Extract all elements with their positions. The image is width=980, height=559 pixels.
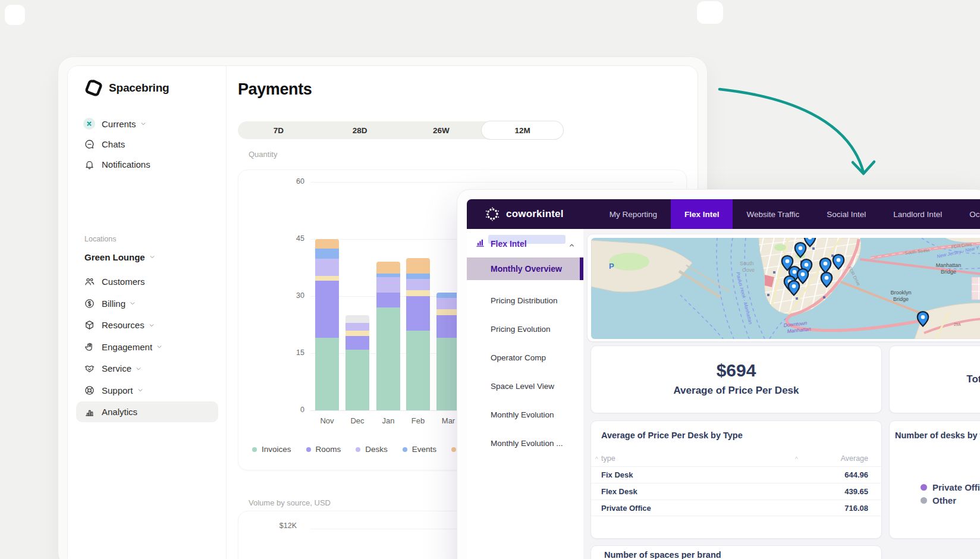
sidebar-item-service[interactable]: Service	[76, 358, 218, 379]
sidebar-item-label: Billing	[102, 299, 125, 309]
nav-tab-social-intel[interactable]: Social Intel	[813, 199, 880, 229]
y-axis-tick: 15	[281, 348, 304, 357]
chevron-up-icon	[568, 240, 575, 251]
sidebar-item-label: Engagement	[102, 342, 152, 352]
sidebar-item-analytics[interactable]: Analytics	[76, 401, 218, 422]
sidebar-item-label: Service	[102, 363, 131, 373]
locations-section-label: Locations	[76, 225, 218, 247]
table-row-flex-desk[interactable]: Flex Desk439.65	[591, 483, 881, 500]
sidebar-item-billing[interactable]: Billing	[76, 293, 218, 314]
column-header-average[interactable]: Average	[841, 454, 868, 463]
coworkintel-sidebar: Flex Intel Monthly OverviewPricing Distr…	[467, 229, 583, 559]
sidebar-item-notifications[interactable]: Notifications	[76, 154, 218, 174]
bar-segment-unlabeled-orange-jan	[376, 262, 400, 273]
handshake-icon	[83, 363, 95, 375]
gridline	[310, 182, 673, 183]
bar-segment-desks-jan	[376, 277, 400, 293]
bar-segment-unlabeled-orange-nov	[315, 239, 339, 249]
coworkintel-brand: coworkintel	[506, 208, 564, 220]
y-axis-tick: 0	[281, 406, 304, 414]
card-desks-by-type: Number of desks by type Private OfficeOt…	[889, 420, 980, 539]
table-header[interactable]: ^ type ^ Average	[591, 454, 881, 466]
legend-dot	[921, 484, 927, 491]
quantity-chart-label: Quantity	[249, 150, 277, 159]
sidebar-item-engagement[interactable]: Engagement	[76, 337, 218, 357]
card-title: Number of spaces per brand	[604, 550, 721, 559]
sidebar-item-resources[interactable]: Resources	[76, 315, 218, 335]
coworkintel-navbar: coworkintel My ReportingFlex IntelWebsit…	[467, 199, 980, 229]
sidebar-item-monthly-evolution[interactable]: Monthly Evolution	[467, 406, 583, 424]
table-row-fix-desk[interactable]: Fix Desk644.96	[591, 466, 881, 483]
pie-legend-item-private-office[interactable]: Private Office	[921, 481, 980, 494]
kpi-card-price-per-desk: $694 Average of Price Per Desk	[590, 346, 882, 413]
bar-segment-desks-feb	[406, 279, 430, 290]
sidebar-item-space-level-view[interactable]: Space Level View	[467, 378, 583, 395]
sort-caret-icon: ^	[795, 456, 798, 463]
range-12m[interactable]: 12M	[482, 121, 563, 139]
sidebar-item-operator-comp[interactable]: Operator Comp	[467, 349, 583, 367]
pie-legend-item-other[interactable]: Other	[921, 494, 980, 507]
bar-segment-unlabeled-yellow-feb	[406, 290, 430, 296]
map[interactable]: P	[591, 238, 980, 339]
bar-segment-unlabeled-orange-feb	[406, 258, 430, 274]
card-title: Average of Price Per Desk by Type	[601, 431, 743, 440]
bar-segment-invoices-dec	[345, 350, 369, 410]
map-label-manhattan-bridge: Manhattan	[936, 262, 962, 268]
x-axis-label: Dec	[340, 416, 375, 425]
bar-segment-events-jan	[376, 274, 400, 277]
bar-segment-rooms-jan	[376, 293, 400, 308]
range-28d[interactable]: 28D	[319, 121, 401, 139]
column-header-type[interactable]: type	[601, 454, 615, 463]
table-row-private-office[interactable]: Private Office716.08	[591, 500, 881, 516]
bar-segment-invoices-nov	[315, 338, 339, 410]
range-7d[interactable]: 7D	[238, 121, 319, 139]
sidebar-item-pricing-evolution[interactable]: Pricing Evolution	[467, 321, 583, 338]
cube-icon	[83, 319, 95, 331]
chevron-down-icon	[130, 300, 136, 306]
chevron-down-icon	[136, 366, 142, 372]
chat-icon	[83, 138, 95, 150]
nav-tab-my-reporting[interactable]: My Reporting	[596, 199, 671, 229]
sidebar-item-monthly-evolution[interactable]: Monthly Evolution ...	[467, 435, 583, 453]
bar-segment-desks-nov	[315, 259, 339, 276]
hand-icon	[83, 341, 95, 353]
legend-item-events: Events	[403, 445, 436, 454]
bar-segment-desks-dec	[345, 323, 369, 331]
range-26w[interactable]: 26W	[401, 121, 482, 139]
map-label-29a: 29A	[954, 322, 961, 326]
volume-chart-label: Volume by source, USD	[249, 498, 331, 507]
time-range-selector: 7D28D26W12M	[238, 121, 563, 139]
sidebar-item-support[interactable]: Support	[76, 380, 218, 401]
sidebar-item-label: Notifications	[102, 159, 150, 169]
bar-segment-events-nov	[315, 249, 339, 259]
location-label: Green Lounge	[84, 252, 145, 262]
spacebring-logo-row[interactable]: Spacebring	[84, 79, 169, 97]
nav-tab-occupancy[interactable]: Occupancy &	[956, 199, 980, 229]
y-axis-tick: 60	[281, 177, 304, 186]
map-label-parking: P	[609, 262, 614, 271]
chevron-down-icon	[140, 121, 146, 127]
sidebar-item-currents[interactable]: Currents	[76, 114, 218, 134]
svg-text:Cove: Cove	[742, 267, 755, 273]
sidebar-item-customers[interactable]: Customers	[76, 271, 218, 292]
desktop-canvas: Spacebring CurrentsChatsNotifications Lo…	[0, 0, 980, 559]
coworkintel-logo-row[interactable]: coworkintel	[485, 199, 564, 229]
table-card-price-by-type: Average of Price Per Desk by Type ^ type…	[590, 420, 882, 539]
sidebar-item-green-lounge[interactable]: Green Lounge	[76, 247, 218, 267]
volume-axis-tick: $12K	[261, 522, 297, 530]
y-axis-tick: 30	[281, 291, 304, 300]
sidebar-item-monthly-overview[interactable]: Monthly Overview	[467, 257, 583, 280]
nav-tab-flex-intel[interactable]: Flex Intel	[671, 199, 733, 229]
users-icon	[83, 276, 95, 288]
bar-segment-unlabeled-yellow-dec	[345, 331, 369, 337]
nav-tab-landlord-intel[interactable]: Landlord Intel	[880, 199, 956, 229]
sidebar-item-pricing-distribution[interactable]: Pricing Distribution	[467, 292, 583, 310]
sort-caret-icon: ^	[595, 456, 598, 463]
coworkintel-logo-icon	[485, 206, 500, 222]
map-label-south-cove: South	[740, 260, 754, 266]
sidebar-section-flex-intel[interactable]: Flex Intel	[467, 236, 583, 254]
nav-tab-website-traffic[interactable]: Website Traffic	[733, 199, 813, 229]
sidebar-item-chats[interactable]: Chats	[76, 134, 218, 154]
sidebar-item-label: Resources	[102, 320, 145, 330]
kpi-label: Total	[966, 373, 980, 385]
